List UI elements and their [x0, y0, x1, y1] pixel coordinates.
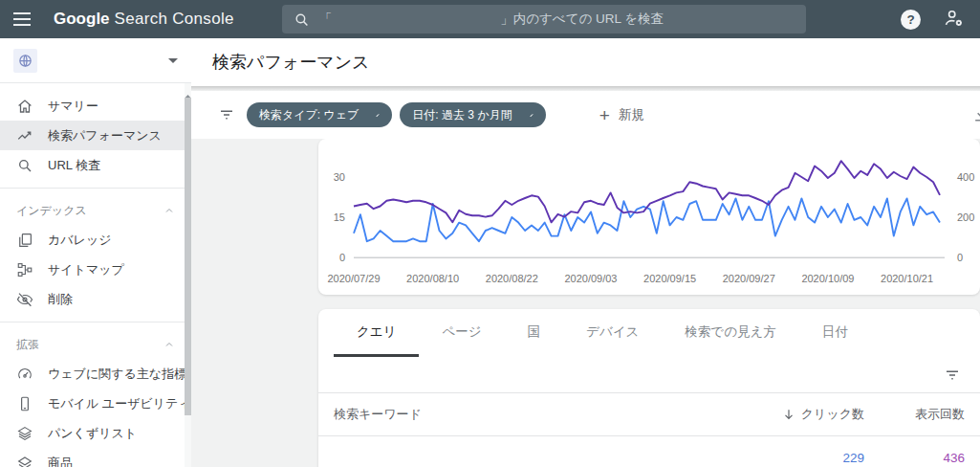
cell-impressions: 436	[864, 451, 965, 465]
chevron-down-icon	[168, 58, 178, 63]
export-button-clipped[interactable]	[971, 105, 980, 124]
sidebar-item[interactable]: パンくずリスト	[0, 418, 191, 448]
home-icon	[16, 98, 33, 115]
cell-clicks: 229	[750, 451, 864, 465]
sidebar-item-label: サイトマップ	[48, 261, 124, 278]
sidebar-item-label: モバイル ユーザビリティ	[48, 395, 191, 412]
new-filter-label: 新規	[619, 106, 644, 123]
sidebar-item[interactable]: ウェブに関する主な指標	[0, 359, 191, 389]
sidebar-item[interactable]: 削除	[0, 284, 191, 314]
table-row[interactable]: 229436	[318, 436, 980, 467]
left-axis-tick: 30	[318, 171, 345, 183]
edit-icon	[367, 109, 380, 122]
sidebar-item[interactable]: モバイル ユーザビリティ	[0, 389, 191, 418]
sidebar-item-label: サマリー	[48, 98, 98, 115]
url-inspect-icon	[16, 157, 33, 174]
column-header-impressions[interactable]: 表示回数	[864, 406, 965, 423]
coverage-icon	[16, 232, 33, 249]
breadcrumbs-icon	[16, 425, 33, 442]
table-header-row: 検索キーワード クリック数 表示回数	[318, 392, 980, 436]
vitals-icon	[16, 366, 33, 383]
trending-icon	[16, 127, 33, 145]
section-label: 拡張	[16, 337, 39, 353]
sidebar-item-label: 商品	[48, 455, 73, 467]
line-chart[interactable]: 2020/07/292020/08/102020/08/222020/09/03…	[354, 145, 940, 258]
sidebar-item[interactable]: サマリー	[0, 91, 191, 121]
sidebar-item-label: 削除	[48, 291, 73, 308]
sidebar-item-label: 検索パフォーマンス	[48, 127, 162, 145]
menu-icon[interactable]	[13, 0, 46, 38]
app-logo[interactable]: GoogleSearch Console	[54, 10, 234, 29]
property-selector[interactable]	[0, 38, 191, 83]
mobile-icon	[16, 395, 33, 412]
right-axis-tick: 0	[957, 252, 980, 263]
products-icon	[16, 455, 33, 467]
divider	[0, 188, 191, 189]
column-header-keyword: 検索キーワード	[334, 406, 750, 423]
section-label: インデックス	[16, 203, 87, 219]
x-axis-tick: 2020/08/22	[486, 273, 538, 284]
x-axis-tick: 2020/07/29	[327, 273, 380, 284]
tab-inactive[interactable]: 日付	[799, 309, 871, 357]
right-axis-tick: 200	[957, 211, 980, 223]
url-inspect-search-input[interactable]: 「 」内のすべての URL を検査	[282, 5, 806, 33]
property-favicon	[13, 49, 37, 73]
table-filter-row	[318, 357, 980, 392]
chevron-up-icon	[163, 339, 175, 350]
column-header-clicks[interactable]: クリック数	[750, 406, 864, 423]
app-root: GoogleSearch Console 「 」内のすべての URL を検査 ?	[0, 0, 980, 467]
logo-google: Google	[54, 10, 110, 28]
series-clicks-line	[354, 198, 940, 241]
sidebar-item[interactable]: URL 検査	[0, 150, 191, 180]
scroll-up-icon[interactable]	[185, 86, 191, 94]
sitemap-icon	[16, 261, 33, 278]
tab-active[interactable]: クエリ	[334, 309, 419, 357]
tab-inactive[interactable]: 検索での見え方	[662, 309, 798, 357]
sidebar-item-label: ウェブに関する主な指標	[48, 366, 186, 383]
help-icon[interactable]: ?	[901, 10, 921, 30]
sidebar-item-label: カバレッジ	[48, 232, 112, 249]
filter-chip-label: 日付: 過去 3 か月間	[412, 107, 512, 123]
search-placeholder-prefix: 「	[319, 11, 333, 28]
filter-chip[interactable]: 検索タイプ: ウェブ	[247, 102, 392, 127]
x-axis-tick: 2020/09/27	[723, 273, 775, 284]
page-title: 検索パフォーマンス	[191, 38, 980, 86]
sidebar-item[interactable]: 検索パフォーマンス	[0, 121, 191, 150]
sidebar-scrollbar[interactable]	[185, 83, 191, 467]
tab-inactive[interactable]: 国	[505, 309, 564, 357]
globe-icon	[18, 54, 33, 68]
performance-chart-card: 30150 4002000 2020/07/292020/08/102020/0…	[318, 139, 980, 295]
content-region: 30150 4002000 2020/07/292020/08/102020/0…	[191, 139, 980, 467]
plus-icon: +	[599, 106, 610, 124]
search-placeholder-suffix: 」内のすべての URL を検査	[500, 11, 664, 28]
sidebar-section-header[interactable]: 拡張	[0, 330, 191, 359]
sort-arrow-down-icon	[782, 408, 795, 421]
sidebar-scrollbar-thumb[interactable]	[185, 98, 191, 415]
filter-toolbar: 検索タイプ: ウェブ日付: 過去 3 か月間 + 新規	[191, 91, 980, 139]
x-axis-tick: 2020/09/15	[643, 273, 696, 284]
tab-inactive[interactable]: ページ	[419, 309, 504, 357]
sidebar-item[interactable]: カバレッジ	[0, 225, 191, 255]
sidebar-item[interactable]: サイトマップ	[0, 255, 191, 284]
x-axis-tick: 2020/08/10	[406, 273, 459, 284]
x-axis-tick: 2020/10/21	[881, 273, 933, 284]
sidebar-item-label: パンくずリスト	[48, 425, 137, 442]
top-app-bar: GoogleSearch Console 「 」内のすべての URL を検査 ?	[0, 0, 980, 38]
logo-search-console: Search Console	[115, 10, 234, 28]
tab-inactive[interactable]: デバイス	[563, 309, 662, 357]
x-axis-tick: 2020/09/03	[564, 273, 617, 284]
main-area: 検索パフォーマンス 検索タイプ: ウェブ日付: 過去 3 か月間 + 新規 30…	[191, 38, 980, 467]
filter-icon[interactable]	[218, 106, 235, 123]
left-axis-tick: 15	[318, 211, 345, 223]
table-filter-icon[interactable]	[944, 367, 961, 384]
new-filter-button[interactable]: + 新規	[599, 106, 644, 124]
chevron-up-icon	[163, 205, 175, 216]
sidebar-nav: サマリー検索パフォーマンスURL 検査インデックスカバレッジサイトマップ削除拡張…	[0, 83, 191, 467]
sidebar-section-header[interactable]: インデックス	[0, 196, 191, 225]
table-body: 229436	[318, 436, 980, 467]
sidebar-item[interactable]: 商品	[0, 448, 191, 467]
filter-chip-label: 検索タイプ: ウェブ	[259, 107, 359, 123]
right-axis-tick: 400	[957, 171, 980, 183]
account-settings-icon[interactable]	[944, 8, 967, 31]
filter-chip[interactable]: 日付: 過去 3 か月間	[400, 102, 545, 127]
